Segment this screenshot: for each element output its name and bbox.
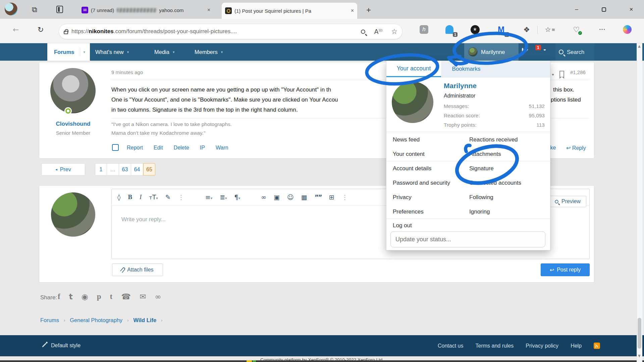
favorites-collections-icon[interactable]: ☆≡ bbox=[544, 23, 556, 36]
read-aloud-icon[interactable]: A))) bbox=[374, 28, 382, 35]
page-button[interactable]: 1 bbox=[95, 163, 107, 176]
insert-image-icon[interactable]: ▣ bbox=[274, 193, 280, 201]
bookmark-icon[interactable] bbox=[559, 71, 564, 77]
minimize-button[interactable]: – bbox=[569, 5, 584, 14]
ip-link[interactable]: IP bbox=[200, 145, 205, 151]
italic-icon[interactable]: I bbox=[140, 193, 142, 201]
chevron-down-icon[interactable]: ▾ bbox=[84, 50, 86, 54]
privacy-policy-link[interactable]: Privacy policy bbox=[526, 343, 558, 349]
scrollbar-thumb[interactable] bbox=[638, 318, 641, 349]
post-reply-button[interactable]: ↩ Post reply bbox=[541, 263, 590, 276]
extensions-puzzle-icon[interactable]: ❖ bbox=[521, 23, 533, 36]
update-status-input[interactable] bbox=[390, 231, 545, 247]
attach-files-button[interactable]: Attach files bbox=[112, 263, 163, 276]
browser-profile-avatar[interactable] bbox=[5, 3, 17, 15]
chevron-down-icon[interactable]: ▾ bbox=[221, 50, 223, 54]
quote-icon[interactable]: ”” bbox=[315, 193, 322, 201]
menu-signature[interactable]: Signature bbox=[469, 165, 494, 172]
restore-button[interactable] bbox=[596, 5, 611, 14]
reddit-icon[interactable]: ◉ bbox=[82, 292, 88, 301]
facebook-icon[interactable]: f bbox=[58, 292, 60, 301]
preview-button[interactable]: Preview bbox=[549, 196, 586, 207]
nav-tab-whats-new[interactable]: What's new▾ bbox=[95, 43, 129, 61]
nav-tab-media[interactable]: Media▾ bbox=[154, 43, 174, 61]
address-bar[interactable]: https://nikonites.com/forum/threads/post… bbox=[59, 24, 402, 39]
page-ellipsis[interactable]: … bbox=[107, 163, 119, 176]
more-options-icon[interactable]: ⋮ bbox=[342, 193, 348, 201]
edit-link[interactable]: Edit bbox=[154, 145, 163, 151]
workspaces-icon[interactable]: ⧉ bbox=[32, 5, 37, 14]
text-size-icon[interactable]: тT▾ bbox=[149, 193, 158, 201]
dropdown-username[interactable]: Marilynne bbox=[444, 82, 477, 90]
browser-essentials-icon[interactable]: ♡✓ bbox=[570, 23, 582, 36]
contact-us-link[interactable]: Contact us bbox=[438, 343, 463, 349]
menu-attachments[interactable]: Attachments bbox=[469, 151, 501, 158]
ghostery-extension-icon[interactable]: 1 bbox=[443, 23, 455, 36]
breadcrumb-forums[interactable]: Forums bbox=[40, 317, 59, 323]
text-color-icon[interactable]: ✎ bbox=[165, 193, 171, 201]
page-button[interactable]: 64 bbox=[131, 163, 143, 176]
chevron-down-icon[interactable]: ▾ bbox=[127, 50, 129, 54]
refresh-icon[interactable]: ↻ bbox=[38, 25, 44, 34]
menu-your-content[interactable]: Your content bbox=[393, 151, 425, 158]
paragraph-icon[interactable]: ¶▾ bbox=[234, 193, 240, 201]
dropdown-user-avatar[interactable] bbox=[392, 81, 433, 123]
nav-tab-members[interactable]: Members▾ bbox=[195, 43, 223, 61]
honey-extension-icon[interactable]: h bbox=[418, 23, 430, 36]
menu-log-out[interactable]: Log out bbox=[393, 222, 412, 229]
prev-page-button[interactable]: ◂ Prev bbox=[41, 163, 85, 176]
reply-link[interactable]: ↩ Reply bbox=[566, 145, 586, 151]
help-link[interactable]: Help bbox=[571, 343, 582, 349]
current-user-avatar[interactable] bbox=[51, 192, 95, 237]
menu-following[interactable]: Following bbox=[469, 194, 493, 201]
insert-media-icon[interactable]: ▦ bbox=[301, 193, 307, 201]
tab-your-account[interactable]: Your account bbox=[386, 61, 441, 77]
warn-link[interactable]: Warn bbox=[216, 145, 228, 151]
malwarebytes-extension-icon[interactable]: M 1 bbox=[495, 23, 507, 36]
post-timestamp[interactable]: 9 minutes ago bbox=[111, 69, 143, 75]
copy-link-icon[interactable]: ∞ bbox=[155, 292, 161, 301]
remove-format-icon[interactable]: ◊ bbox=[117, 193, 120, 201]
chevron-down-icon[interactable]: ▾ bbox=[173, 50, 175, 54]
menu-reactions-received[interactable]: Reactions received bbox=[469, 136, 518, 143]
align-icon[interactable]: ≣▾ bbox=[220, 193, 227, 201]
back-icon[interactable]: ← bbox=[13, 25, 19, 34]
bold-icon[interactable]: B bbox=[128, 193, 132, 201]
aperture-extension-icon[interactable]: * bbox=[469, 23, 481, 36]
report-link[interactable]: Report bbox=[127, 145, 143, 151]
tab-yahoo-mail[interactable]: ✉ (7 unread) yahoo.com × bbox=[78, 3, 214, 17]
tumblr-icon[interactable]: t bbox=[110, 292, 113, 301]
select-post-checkbox[interactable] bbox=[112, 144, 119, 151]
delete-link[interactable]: Delete bbox=[174, 145, 189, 151]
account-menu-button[interactable]: Marilynne bbox=[464, 43, 519, 61]
current-page-button[interactable]: 65 bbox=[143, 163, 155, 176]
insert-link-icon[interactable]: ∞ bbox=[261, 193, 266, 201]
menu-password-security[interactable]: Password and security bbox=[393, 180, 450, 186]
menu-ignoring[interactable]: Ignoring bbox=[469, 208, 490, 215]
close-button[interactable]: × bbox=[624, 5, 639, 14]
tab-close-icon[interactable]: × bbox=[207, 7, 210, 13]
rss-icon[interactable] bbox=[594, 343, 600, 349]
smilies-icon[interactable]: ☺ bbox=[287, 193, 294, 201]
scroll-down-icon[interactable]: ▼ bbox=[638, 354, 641, 358]
scroll-up-icon[interactable]: ▲ bbox=[638, 44, 641, 48]
menu-account-details[interactable]: Account details bbox=[393, 165, 431, 172]
tab-close-icon[interactable]: × bbox=[351, 8, 354, 14]
post-number[interactable]: #1,286 bbox=[570, 69, 586, 75]
search-button[interactable]: Search bbox=[555, 43, 594, 61]
tab-squirrel-thread[interactable]: (1) Post your Squirrel pictures | Pa × bbox=[222, 3, 357, 19]
email-share-icon[interactable]: ✉ bbox=[140, 292, 146, 301]
post-author-name[interactable]: Clovishound bbox=[40, 121, 107, 127]
style-chooser[interactable]: Default style bbox=[42, 343, 80, 349]
tab-bookmarks[interactable]: Bookmarks bbox=[441, 61, 491, 77]
menu-privacy[interactable]: Privacy bbox=[393, 194, 412, 201]
insert-table-icon[interactable]: ⊞ bbox=[329, 193, 334, 201]
breadcrumb-general-photography[interactable]: General Photography bbox=[70, 317, 122, 323]
favorite-star-icon[interactable]: ☆ bbox=[391, 27, 397, 36]
whatsapp-icon[interactable]: ☎ bbox=[121, 292, 131, 301]
breadcrumb-wild-life[interactable]: Wild Life bbox=[133, 317, 156, 323]
page-button[interactable]: 63 bbox=[119, 163, 131, 176]
page-scrollbar[interactable] bbox=[637, 43, 642, 362]
more-options-icon[interactable]: ⋮ bbox=[178, 193, 184, 201]
inbox-icon[interactable] bbox=[522, 49, 523, 55]
